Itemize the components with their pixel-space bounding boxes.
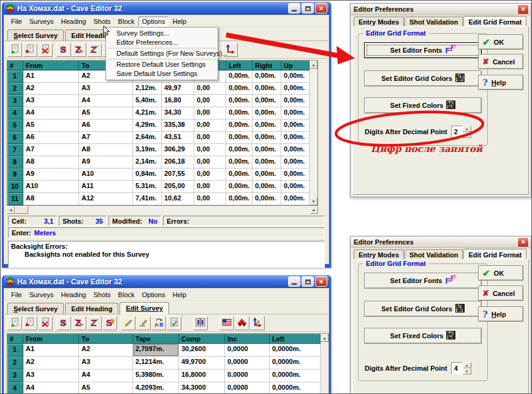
row-number-cell[interactable]: 1: [7, 344, 23, 357]
grid-cell-comp[interactable]: 16,8000: [179, 369, 225, 382]
help-button[interactable]: ?Help: [478, 306, 523, 322]
menu-help[interactable]: Help: [169, 17, 190, 26]
grid-cell-comp[interactable]: 16,80: [162, 95, 194, 107]
grid-cell-up[interactable]: 0,00m.: [281, 156, 310, 169]
grid-cell-inc[interactable]: 0,00: [194, 169, 226, 181]
grid-cell-left[interactable]: 0,00m.: [226, 119, 253, 132]
row-number-cell[interactable]: 6: [7, 132, 23, 144]
grid-cell-to[interactable]: A8: [79, 144, 133, 156]
grid-cell-up[interactable]: 0,00m.: [281, 169, 310, 181]
grid-cell-tape[interactable]: 5,31m.: [133, 181, 162, 193]
menu-heading[interactable]: Heading: [57, 290, 89, 300]
menu-shots[interactable]: Shots: [89, 290, 114, 300]
dialog-titlebar[interactable]: Editor Preferences ✕: [351, 237, 531, 248]
delete-row-button[interactable]: [38, 43, 53, 57]
grid-cell-from[interactable]: A1: [23, 70, 79, 83]
grid-cell-right[interactable]: 0,00m.: [253, 156, 281, 169]
grid-cell-to[interactable]: A9: [79, 156, 133, 169]
grid-cell-up[interactable]: 0,00m.: [281, 95, 310, 107]
close-icon[interactable]: ✕: [517, 4, 529, 15]
language-flag-button[interactable]: [219, 316, 234, 330]
grid-cell-to[interactable]: A5: [79, 107, 133, 119]
row-number-cell[interactable]: 9: [7, 169, 23, 181]
minimize-button[interactable]: [288, 3, 300, 13]
grid-cell-from[interactable]: A10: [23, 181, 79, 193]
row-number-cell[interactable]: 4: [7, 107, 23, 119]
tab-shot-validation[interactable]: Shot Validation: [405, 17, 463, 27]
flashlight-button[interactable]: [121, 316, 135, 330]
close-button[interactable]: ✕: [315, 3, 327, 13]
tab-shot-validation[interactable]: Shot Validation: [405, 249, 463, 260]
menu-item-editor-preferences[interactable]: Editor Preferences...: [106, 38, 218, 47]
insert-row-button[interactable]: [23, 316, 37, 330]
scroll-track[interactable]: [310, 69, 317, 197]
grid-cell-left[interactable]: 0,00m.: [226, 156, 253, 169]
row-number-cell[interactable]: 8: [7, 156, 23, 169]
scroll-up-icon[interactable]: ▲: [310, 61, 317, 69]
grid-cell-from[interactable]: A2: [23, 83, 79, 95]
column-header-inc[interactable]: Inc: [225, 334, 270, 344]
ok-button[interactable]: ✔OK: [478, 265, 523, 281]
axes-button[interactable]: [250, 316, 265, 330]
grid-cell-up[interactable]: 0,00m.: [281, 107, 310, 119]
grid-cell-from[interactable]: A3: [23, 369, 79, 382]
grid-cell-tape[interactable]: 4,2093m.: [133, 382, 179, 394]
column-header-right[interactable]: Right: [253, 61, 281, 70]
grid-cell-comp[interactable]: 49,97: [162, 83, 194, 95]
scroll-track[interactable]: [321, 342, 329, 394]
grid-cell-tape[interactable]: 2,7097m.: [133, 344, 179, 357]
cancel-button[interactable]: ✘Cancel: [478, 54, 523, 69]
insert-row-button[interactable]: [23, 43, 37, 57]
grid-cell-comp[interactable]: 206,18: [162, 156, 194, 169]
set-fixed-colors-button[interactable]: Set Fixed Colors: [364, 97, 482, 113]
tab-edit-grid-format[interactable]: Edit Grid Format: [463, 249, 526, 259]
row-number-cell[interactable]: 5: [7, 119, 23, 132]
validate-sheet-button[interactable]: [167, 316, 181, 330]
sort-z-slash-button[interactable]: Z: [87, 43, 102, 57]
grid-cell-left[interactable]: 0,00m.: [226, 132, 253, 144]
grid-cell-left[interactable]: 0,00m.: [226, 181, 253, 193]
grid-cell-from[interactable]: A3: [23, 95, 79, 107]
grid-cell-up[interactable]: 0,00m.: [281, 119, 310, 132]
menu-item-save-defaults[interactable]: Save Default User Settings: [106, 69, 218, 78]
grid-cell-inc[interactable]: 0,00: [194, 83, 226, 95]
grid-cell-from[interactable]: A5: [23, 119, 79, 132]
grid-cell-to[interactable]: A11: [79, 181, 133, 193]
grid-cell-to[interactable]: A4: [79, 369, 133, 382]
grid-cell-left[interactable]: 0,0000m.: [270, 369, 321, 382]
titlebar[interactable]: На Хомах.dat - Cave Editor 32 ✕: [4, 275, 329, 288]
grid-cell-tape[interactable]: 2,1214m.: [133, 357, 179, 369]
grid-cell-tape[interactable]: 0,84m.: [133, 169, 162, 181]
menu-item-restore-defaults[interactable]: Restore Default User Settings: [106, 60, 218, 69]
sort-z-button[interactable]: Z: [72, 43, 86, 57]
grid-cell-right[interactable]: 0,00m.: [253, 132, 281, 144]
grid-cell-tape[interactable]: 3,19m.: [133, 144, 162, 156]
grid-cell-up[interactable]: 0,00m.: [281, 70, 310, 83]
grid-cell-right[interactable]: 0,00m.: [253, 119, 281, 132]
grid-cell-tape[interactable]: 4,29m.: [133, 119, 162, 132]
menu-block[interactable]: Block: [115, 17, 139, 26]
grid-cell-right[interactable]: 0,00m.: [253, 107, 281, 119]
grid-cell-comp[interactable]: 34,3000: [179, 382, 225, 394]
grid-cell-left[interactable]: 0,00m.: [226, 193, 253, 205]
spin-up-icon[interactable]: ▲: [463, 362, 471, 368]
grid-cell-left[interactable]: 0,0000m.: [270, 357, 321, 369]
grid-cell-right[interactable]: 0,00m.: [253, 193, 281, 205]
car-button[interactable]: [235, 316, 249, 330]
menu-item-survey-settings[interactable]: Survey Settings...: [106, 29, 218, 38]
menu-surveys[interactable]: Surveys: [26, 17, 58, 26]
grid-cell-inc[interactable]: 0,00: [194, 181, 226, 193]
grid-cell-tape[interactable]: 4,21m.: [133, 107, 162, 119]
grid-cell-inc[interactable]: 0,0000: [225, 369, 270, 382]
grid-cell-tape[interactable]: 2,64m.: [133, 132, 162, 144]
grid-cell-from[interactable]: A8: [23, 193, 79, 205]
grid-cell-from[interactable]: A9: [23, 169, 79, 181]
grid-cell-to[interactable]: A3: [79, 83, 133, 95]
grid-cell-from[interactable]: A2: [23, 357, 79, 369]
grid-cell-to[interactable]: A10: [79, 169, 133, 181]
tab-edit-survey[interactable]: Edit Survey: [120, 302, 169, 314]
spin-down-icon[interactable]: ▼: [463, 368, 471, 374]
grid-cell-left[interactable]: 0,00m.: [226, 83, 253, 95]
menu-shots[interactable]: Shots: [89, 17, 114, 26]
grid-cell-right[interactable]: 0,00m.: [253, 144, 281, 156]
